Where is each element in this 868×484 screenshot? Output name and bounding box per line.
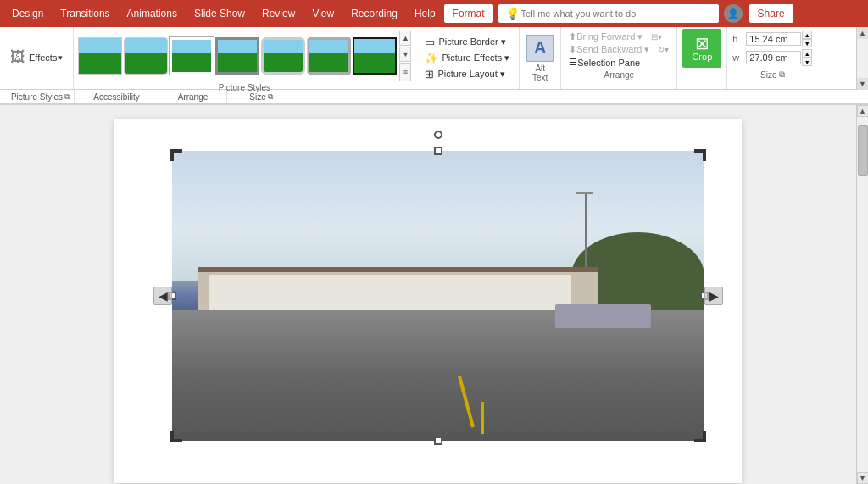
- menu-review[interactable]: Review: [253, 4, 303, 23]
- style-thumb-6[interactable]: [307, 37, 351, 75]
- style-thumb-7[interactable]: [353, 37, 397, 75]
- rotate-icon: ↻: [658, 45, 665, 54]
- height-increment[interactable]: ▲: [802, 31, 812, 39]
- bring-forward-button[interactable]: ⬆ Bring Forward ▾: [566, 31, 645, 43]
- width-label: w: [732, 53, 744, 63]
- light-pole-top: [576, 192, 593, 194]
- align-arrow-icon: ▾: [658, 32, 662, 42]
- corner-mark-tl: [170, 149, 182, 161]
- bring-forward-icon: ⬆: [569, 31, 576, 42]
- yellow-line-1: [458, 376, 475, 427]
- styles-expand-icon[interactable]: ⧉: [64, 92, 70, 102]
- menu-help[interactable]: Help: [406, 4, 444, 23]
- style-thumb-1[interactable]: [78, 37, 122, 75]
- menu-view[interactable]: View: [303, 4, 342, 23]
- styles-scroll-up[interactable]: ▲: [399, 31, 411, 46]
- image-container[interactable]: ◀ ▶: [172, 151, 704, 441]
- ribbon-scroll-up[interactable]: ▲: [857, 27, 869, 39]
- slide-canvas[interactable]: ◀ ▶: [114, 119, 742, 483]
- selection-pane-label: Selection Pane: [577, 58, 640, 68]
- rlabel-picture-styles: Picture Styles ⧉: [7, 90, 75, 103]
- menu-transitions[interactable]: Transitions: [52, 4, 118, 23]
- size-expand-icon[interactable]: ⧉: [779, 70, 785, 80]
- nav-arrow-right[interactable]: ▶: [704, 287, 723, 305]
- bring-forward-label: Bring Forward ▾: [576, 31, 643, 42]
- alt-text-button[interactable]: A: [526, 35, 554, 62]
- ribbon-scroll-down[interactable]: ▼: [857, 78, 869, 90]
- rotate-arrow-icon: ▾: [665, 45, 669, 54]
- width-field: w ▲ ▼: [732, 49, 812, 66]
- height-decrement[interactable]: ▼: [802, 39, 812, 47]
- effects-section: 🖼 Effects▾: [0, 27, 74, 89]
- width-increment[interactable]: ▲: [802, 49, 812, 58]
- scroll-down-button[interactable]: ▼: [857, 472, 869, 484]
- arrange-mid-row: ⬇ Send Backward ▾ ↻ ▾: [566, 43, 671, 56]
- main-area: ◀ ▶: [0, 105, 868, 484]
- crop-section: ⊠ Crop: [677, 27, 727, 89]
- align-button[interactable]: ⊟ ▾: [648, 31, 665, 42]
- picture-border-label: Picture Border ▾: [438, 36, 505, 47]
- options-section: ▭ Picture Border ▾ ✨ Picture Effects ▾ ⊞…: [415, 27, 520, 89]
- menu-format[interactable]: Format: [444, 4, 493, 23]
- scroll-track[interactable]: [858, 117, 868, 472]
- nav-arrow-left[interactable]: ◀: [153, 287, 172, 305]
- arrange-section-label: Arrange: [566, 69, 671, 82]
- effects-icon: 🖼: [10, 48, 25, 66]
- crop-button[interactable]: ⊠ Crop: [682, 29, 721, 68]
- menu-design[interactable]: Design: [3, 4, 52, 23]
- height-input[interactable]: [746, 32, 801, 46]
- selection-pane-icon: ☰: [569, 57, 577, 68]
- style-thumb-2[interactable]: [124, 37, 168, 75]
- style-thumb-4[interactable]: [215, 37, 259, 75]
- height-spinner: ▲ ▼: [802, 31, 812, 47]
- slide-image: [172, 151, 704, 441]
- alt-text-label: AltText: [532, 64, 548, 82]
- picture-effects-button[interactable]: ✨ Picture Effects ▾: [422, 51, 512, 65]
- handle-top[interactable]: [434, 147, 442, 155]
- size-section: h ▲ ▼ w ▲ ▼ Size ⧉: [727, 27, 817, 89]
- styles-section-label: Picture Styles: [77, 81, 411, 95]
- right-scrollbar: ▲ ▼: [856, 105, 868, 484]
- search-box: 💡: [498, 4, 719, 23]
- style-thumb-3[interactable]: [170, 37, 214, 75]
- search-input[interactable]: [521, 8, 712, 19]
- corner-mark-tr: [694, 149, 706, 161]
- arrange-top-row: ⬆ Bring Forward ▾ ⊟ ▾: [566, 31, 671, 43]
- share-button[interactable]: Share: [749, 4, 793, 23]
- width-input[interactable]: [746, 51, 801, 64]
- width-decrement[interactable]: ▼: [802, 58, 812, 66]
- scroll-thumb[interactable]: [858, 125, 868, 176]
- menu-recording[interactable]: Recording: [342, 4, 406, 23]
- style-thumb-5[interactable]: [261, 37, 305, 75]
- styles-scroll-expand[interactable]: ≡: [399, 63, 411, 81]
- effects-label: Effects: [29, 53, 57, 63]
- send-backward-button[interactable]: ⬇ Send Backward ▾: [566, 43, 652, 56]
- handle-bottom[interactable]: [434, 437, 442, 445]
- scroll-up-button[interactable]: ▲: [857, 105, 869, 117]
- effects-arrow-icon: ▾: [58, 53, 63, 62]
- selection-pane-button[interactable]: ☰ Selection Pane: [566, 56, 643, 69]
- height-field: h ▲ ▼: [732, 31, 812, 47]
- styles-scroll-down[interactable]: ▼: [399, 47, 411, 62]
- send-backward-label: Send Backward ▾: [576, 44, 649, 55]
- menu-bar: Design Transitions Animations Slide Show…: [0, 0, 868, 27]
- profile-icon[interactable]: 👤: [724, 4, 743, 23]
- rotate-handle[interactable]: [434, 131, 442, 139]
- menu-animations[interactable]: Animations: [119, 4, 186, 23]
- alt-text-section: A AltText: [520, 27, 561, 89]
- styles-scroll: ▲ ▼ ≡: [399, 31, 411, 81]
- send-backward-icon: ⬇: [569, 44, 576, 55]
- lightbulb-icon: 💡: [505, 7, 520, 20]
- align-icon: ⊟: [651, 32, 658, 42]
- slide-panel: ◀ ▶: [0, 105, 856, 484]
- width-spinner: ▲ ▼: [802, 49, 812, 66]
- picture-layout-button[interactable]: ⊞ Picture Layout ▾: [422, 67, 512, 81]
- crop-label: Crop: [692, 52, 712, 62]
- picture-border-button[interactable]: ▭ Picture Border ▾: [422, 35, 512, 49]
- picture-layout-label: Picture Layout ▾: [437, 69, 504, 80]
- yellow-line-2: [481, 402, 484, 434]
- menu-slideshow[interactable]: Slide Show: [186, 4, 253, 23]
- corner-mark-br: [694, 431, 706, 442]
- effects-button[interactable]: 🖼 Effects▾: [7, 47, 66, 68]
- rotate-button[interactable]: ↻ ▾: [655, 44, 671, 55]
